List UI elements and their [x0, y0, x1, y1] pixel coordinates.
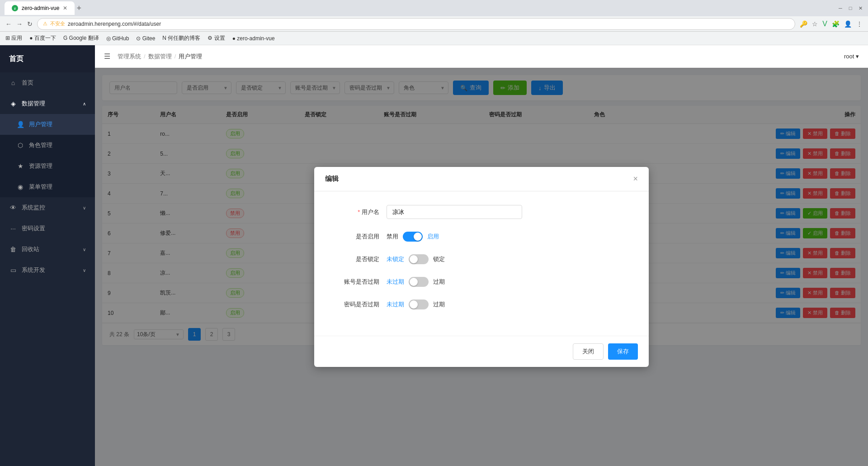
sidebar-item-menu-mgmt[interactable]: ◉ 菜单管理 — [0, 176, 95, 197]
bookmark-zero-admin[interactable]: ● zero-admin-vue — [232, 35, 275, 42]
locked-toggle-knob — [410, 255, 418, 263]
pwd-expired-left-label: 未过期 — [387, 300, 404, 309]
recycle-bin-arrow-icon: ∨ — [83, 247, 86, 252]
data-mgmt-arrow-icon: ∧ — [83, 101, 86, 106]
key-icon[interactable]: 🔑 — [800, 20, 807, 28]
sidebar-item-data-mgmt[interactable]: ◈ 数据管理 ∧ — [0, 93, 95, 114]
save-button[interactable]: 保存 — [608, 343, 638, 360]
page-area: 是否启用 启用 禁用 ▼ 是否锁定 锁定 未锁定 ▼ 账 — [95, 68, 868, 466]
sidebar-home-label: 首页 — [22, 79, 33, 87]
locked-toggle[interactable] — [409, 254, 429, 264]
modal-header: 编辑 × — [314, 167, 649, 191]
form-row-locked: 是否锁定 未锁定 锁定 — [332, 254, 631, 264]
puzzle-icon[interactable]: 🧩 — [832, 20, 840, 28]
sidebar-recycle-bin-label: 回收站 — [22, 245, 39, 253]
enabled-label: 是否启用 — [332, 233, 387, 241]
tab-favicon: z — [12, 5, 18, 11]
sidebar-item-password-settings[interactable]: ··· 密码设置 — [0, 218, 95, 239]
bookmark-google-translate[interactable]: G Google 翻译 — [63, 34, 99, 42]
security-icon: ⚠ — [43, 21, 47, 27]
data-mgmt-icon: ◈ — [9, 100, 17, 108]
forward-button[interactable]: → — [16, 20, 23, 28]
form-row-enabled: 是否启用 禁用 启用 — [332, 232, 631, 242]
menu-mgmt-icon: ◉ — [16, 183, 24, 191]
browser-chrome: z zero-admin-vue ✕ + ─ □ ✕ — [0, 0, 868, 16]
maximize-button[interactable]: □ — [847, 5, 854, 11]
sidebar-item-recycle-bin[interactable]: 🗑 回收站 ∨ — [0, 239, 95, 260]
tab-title: zero-admin-vue — [22, 5, 59, 11]
home-icon: ⌂ — [9, 79, 17, 87]
account-expired-toggle[interactable] — [409, 277, 429, 287]
pwd-expired-toggle-knob — [410, 300, 418, 309]
bookmark-settings[interactable]: ⚙ 设置 — [208, 34, 225, 42]
pwd-expired-toggle[interactable] — [409, 300, 429, 309]
modal-close-button[interactable]: × — [633, 174, 638, 184]
top-bar-right: root ▾ — [844, 53, 859, 60]
tab-close-btn[interactable]: ✕ — [63, 5, 67, 11]
menu-icon[interactable]: ⋮ — [856, 20, 863, 28]
breadcrumb-root: 管理系统 — [118, 52, 141, 61]
sys-dev-arrow-icon: ∨ — [83, 268, 86, 273]
sidebar-item-home[interactable]: ⌂ 首页 — [0, 72, 95, 93]
bookmarks-bar: ⊞ 应用 ● 百度一下 G Google 翻译 ◎ GitHub ⊙ Gitee… — [0, 32, 868, 45]
username-label: 用户名 — [332, 208, 387, 216]
new-tab-button[interactable]: + — [76, 4, 81, 13]
sidebar-resource-mgmt-label: 资源管理 — [29, 162, 52, 170]
form-row-username: 用户名 — [332, 205, 631, 219]
account-expired-toggle-group: 未过期 过期 — [387, 277, 445, 287]
bookmark-gitee[interactable]: ⊙ Gitee — [136, 35, 155, 42]
refresh-button[interactable]: ↻ — [27, 20, 33, 28]
star-icon[interactable]: ☆ — [812, 20, 818, 28]
sidebar-submenu-data: 👤 用户管理 ⬡ 角色管理 ★ 资源管理 ◉ 菜单管理 — [0, 114, 95, 197]
cancel-button[interactable]: 关闭 — [573, 343, 604, 360]
app-layout: 首页 ⌂ 首页 ◈ 数据管理 ∧ 👤 用户管理 ⬡ 角色管理 ★ 资源管理 — [0, 45, 868, 466]
resource-mgmt-icon: ★ — [16, 162, 24, 170]
edit-modal: 编辑 × 用户名 是否启用 禁用 — [314, 167, 649, 367]
sidebar-item-role-mgmt[interactable]: ⬡ 角色管理 — [0, 135, 95, 156]
security-label: 不安全 — [50, 20, 65, 27]
modal-footer: 关闭 保存 — [314, 336, 649, 367]
form-row-pwd-expired: 密码是否过期 未过期 过期 — [332, 300, 631, 309]
pwd-expired-right-label: 过期 — [433, 300, 445, 309]
system-monitor-icon: 👁 — [9, 204, 17, 212]
account-expired-left-label: 未过期 — [387, 278, 404, 286]
top-bar-left: ☰ 管理系统 / 数据管理 / 用户管理 — [104, 52, 202, 61]
url-bar[interactable]: ⚠ 不安全 zeroadmin.herenpeng.com/#/data/use… — [37, 18, 795, 30]
sidebar-item-sys-dev[interactable]: ▭ 系统开发 ∨ — [0, 260, 95, 281]
back-button[interactable]: ← — [5, 20, 12, 28]
sidebar-item-system-monitor[interactable]: 👁 系统监控 ∨ — [0, 197, 95, 218]
sidebar-menu-mgmt-label: 菜单管理 — [29, 183, 52, 191]
browser-tab[interactable]: z zero-admin-vue ✕ — [5, 1, 75, 15]
sidebar-password-settings-label: 密码设置 — [22, 224, 45, 233]
extensions-icon[interactable]: V — [822, 20, 827, 28]
username-field[interactable] — [387, 205, 522, 219]
modal-body: 用户名 是否启用 禁用 启用 — [314, 191, 649, 336]
sidebar-user-mgmt-label: 用户管理 — [29, 120, 52, 128]
modal-overlay: 编辑 × 用户名 是否启用 禁用 — [95, 68, 868, 466]
hamburger-icon[interactable]: ☰ — [104, 52, 110, 61]
minimize-button[interactable]: ─ — [837, 5, 844, 11]
sidebar-item-user-mgmt[interactable]: 👤 用户管理 — [0, 114, 95, 135]
account-expired-right-label: 过期 — [433, 278, 445, 286]
main-content: ☰ 管理系统 / 数据管理 / 用户管理 root ▾ 是否启用 — [95, 45, 868, 466]
browser-actions: 🔑 ☆ V 🧩 👤 ⋮ — [800, 20, 863, 28]
bookmark-blog[interactable]: N 何任鹏的博客 — [162, 34, 200, 42]
top-bar: ☰ 管理系统 / 数据管理 / 用户管理 root ▾ — [95, 45, 868, 68]
sidebar-item-resource-mgmt[interactable]: ★ 资源管理 — [0, 156, 95, 176]
url-text: zeroadmin.herenpeng.com/#/data/user — [68, 21, 161, 27]
close-button[interactable]: ✕ — [857, 5, 863, 11]
bookmark-baidu[interactable]: ● 百度一下 — [29, 34, 56, 42]
system-monitor-arrow-icon: ∨ — [83, 205, 86, 210]
profile-icon[interactable]: 👤 — [844, 20, 852, 28]
breadcrumb-user-mgmt: 用户管理 — [179, 52, 202, 61]
enabled-left-label: 禁用 — [387, 233, 398, 241]
locked-label: 是否锁定 — [332, 255, 387, 263]
bookmark-github[interactable]: ◎ GitHub — [106, 35, 129, 42]
password-settings-icon: ··· — [9, 224, 17, 233]
enabled-toggle[interactable] — [403, 232, 423, 242]
bookmark-apps[interactable]: ⊞ 应用 — [5, 34, 22, 42]
current-user[interactable]: root ▾ — [844, 53, 859, 60]
sidebar-data-mgmt-label: 数据管理 — [22, 100, 45, 108]
address-bar: ← → ↻ ⚠ 不安全 zeroadmin.herenpeng.com/#/da… — [0, 16, 868, 32]
user-mgmt-icon: 👤 — [16, 120, 24, 128]
